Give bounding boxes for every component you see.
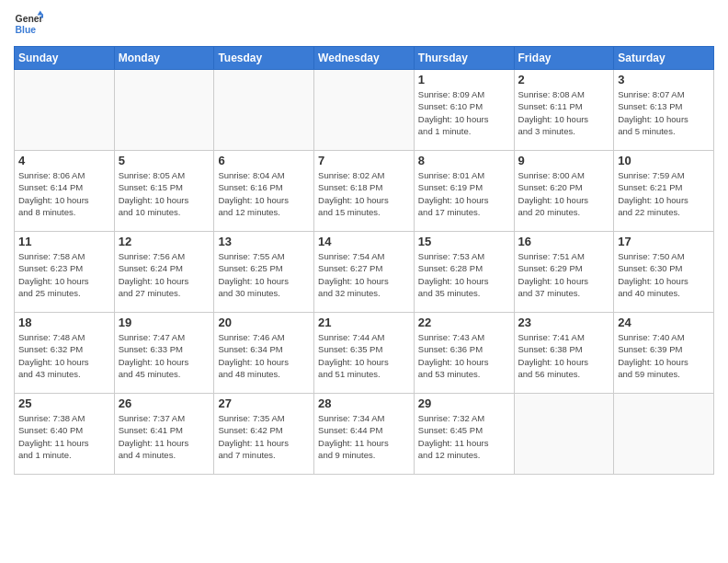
calendar-cell: 27Sunrise: 7:35 AM Sunset: 6:42 PM Dayli… <box>214 394 314 475</box>
day-info: Sunrise: 7:58 AM Sunset: 6:23 PM Dayligh… <box>18 250 110 299</box>
day-info: Sunrise: 8:04 AM Sunset: 6:16 PM Dayligh… <box>218 169 310 218</box>
day-info: Sunrise: 8:02 AM Sunset: 6:18 PM Dayligh… <box>318 169 410 218</box>
weekday-header-saturday: Saturday <box>614 47 714 70</box>
calendar-cell: 5Sunrise: 8:05 AM Sunset: 6:15 PM Daylig… <box>114 151 214 232</box>
weekday-header-wednesday: Wednesday <box>314 47 415 70</box>
day-info: Sunrise: 7:47 AM Sunset: 6:33 PM Dayligh… <box>119 331 210 380</box>
calendar-cell: 18Sunrise: 7:48 AM Sunset: 6:32 PM Dayli… <box>15 313 115 394</box>
day-number: 5 <box>119 154 210 167</box>
day-number: 16 <box>518 235 610 248</box>
day-number: 27 <box>218 396 310 410</box>
day-number: 18 <box>18 316 110 329</box>
day-info: Sunrise: 7:40 AM Sunset: 6:39 PM Dayligh… <box>618 331 710 380</box>
day-info: Sunrise: 7:59 AM Sunset: 6:21 PM Dayligh… <box>618 169 710 218</box>
day-number: 9 <box>518 154 610 167</box>
calendar-cell: 28Sunrise: 7:34 AM Sunset: 6:44 PM Dayli… <box>314 394 415 475</box>
calendar-cell: 2Sunrise: 8:08 AM Sunset: 6:11 PM Daylig… <box>514 70 614 151</box>
weekday-header-friday: Friday <box>514 47 614 70</box>
calendar-cell: 12Sunrise: 7:56 AM Sunset: 6:24 PM Dayli… <box>114 232 214 313</box>
day-number: 4 <box>18 154 110 167</box>
day-number: 14 <box>318 235 410 248</box>
weekday-header-sunday: Sunday <box>15 47 115 70</box>
calendar-table: SundayMondayTuesdayWednesdayThursdayFrid… <box>14 46 714 475</box>
day-number: 22 <box>418 316 510 329</box>
day-number: 3 <box>618 73 710 86</box>
calendar-cell: 10Sunrise: 7:59 AM Sunset: 6:21 PM Dayli… <box>614 151 714 232</box>
day-number: 25 <box>18 396 110 410</box>
calendar-cell: 4Sunrise: 8:06 AM Sunset: 6:14 PM Daylig… <box>15 151 115 232</box>
calendar-cell: 21Sunrise: 7:44 AM Sunset: 6:35 PM Dayli… <box>314 313 415 394</box>
weekday-header-row: SundayMondayTuesdayWednesdayThursdayFrid… <box>15 47 714 70</box>
calendar-cell <box>214 70 314 151</box>
calendar-cell: 6Sunrise: 8:04 AM Sunset: 6:16 PM Daylig… <box>214 151 314 232</box>
calendar-cell: 1Sunrise: 8:09 AM Sunset: 6:10 PM Daylig… <box>414 70 514 151</box>
day-info: Sunrise: 7:32 AM Sunset: 6:45 PM Dayligh… <box>418 412 510 461</box>
day-number: 15 <box>418 235 510 248</box>
day-info: Sunrise: 7:48 AM Sunset: 6:32 PM Dayligh… <box>18 331 110 380</box>
day-info: Sunrise: 7:50 AM Sunset: 6:30 PM Dayligh… <box>618 250 710 299</box>
day-info: Sunrise: 8:09 AM Sunset: 6:10 PM Dayligh… <box>418 88 510 137</box>
day-info: Sunrise: 7:38 AM Sunset: 6:40 PM Dayligh… <box>18 412 110 461</box>
day-info: Sunrise: 7:41 AM Sunset: 6:38 PM Dayligh… <box>518 331 610 380</box>
calendar-cell: 23Sunrise: 7:41 AM Sunset: 6:38 PM Dayli… <box>514 313 614 394</box>
day-number: 29 <box>418 396 510 410</box>
week-row-1: 4Sunrise: 8:06 AM Sunset: 6:14 PM Daylig… <box>15 151 714 232</box>
calendar-cell: 13Sunrise: 7:55 AM Sunset: 6:25 PM Dayli… <box>214 232 314 313</box>
day-info: Sunrise: 7:37 AM Sunset: 6:41 PM Dayligh… <box>119 412 210 461</box>
day-info: Sunrise: 8:05 AM Sunset: 6:15 PM Dayligh… <box>119 169 210 218</box>
day-number: 21 <box>318 316 410 329</box>
calendar-cell: 14Sunrise: 7:54 AM Sunset: 6:27 PM Dayli… <box>314 232 415 313</box>
calendar-cell: 25Sunrise: 7:38 AM Sunset: 6:40 PM Dayli… <box>15 394 115 475</box>
day-info: Sunrise: 7:51 AM Sunset: 6:29 PM Dayligh… <box>518 250 610 299</box>
calendar-cell <box>514 394 614 475</box>
logo: General Blue <box>14 9 43 39</box>
calendar-cell: 22Sunrise: 7:43 AM Sunset: 6:36 PM Dayli… <box>414 313 514 394</box>
calendar-cell: 17Sunrise: 7:50 AM Sunset: 6:30 PM Dayli… <box>614 232 714 313</box>
day-info: Sunrise: 7:54 AM Sunset: 6:27 PM Dayligh… <box>318 250 410 299</box>
day-info: Sunrise: 8:07 AM Sunset: 6:13 PM Dayligh… <box>618 88 710 137</box>
day-number: 17 <box>618 235 710 248</box>
day-info: Sunrise: 8:06 AM Sunset: 6:14 PM Dayligh… <box>18 169 110 218</box>
calendar-cell <box>614 394 714 475</box>
day-number: 19 <box>119 316 210 329</box>
calendar-cell <box>314 70 415 151</box>
calendar-cell <box>15 70 115 151</box>
day-info: Sunrise: 8:00 AM Sunset: 6:20 PM Dayligh… <box>518 169 610 218</box>
day-info: Sunrise: 7:34 AM Sunset: 6:44 PM Dayligh… <box>318 412 410 461</box>
weekday-header-thursday: Thursday <box>414 47 514 70</box>
day-info: Sunrise: 8:08 AM Sunset: 6:11 PM Dayligh… <box>518 88 610 137</box>
day-info: Sunrise: 8:01 AM Sunset: 6:19 PM Dayligh… <box>418 169 510 218</box>
day-number: 28 <box>318 396 410 410</box>
svg-text:Blue: Blue <box>16 25 37 35</box>
day-number: 6 <box>218 154 310 167</box>
day-info: Sunrise: 7:56 AM Sunset: 6:24 PM Dayligh… <box>119 250 210 299</box>
page: General Blue SundayMondayTuesdayWednesda… <box>0 0 728 563</box>
calendar-cell: 15Sunrise: 7:53 AM Sunset: 6:28 PM Dayli… <box>414 232 514 313</box>
weekday-header-monday: Monday <box>114 47 214 70</box>
day-number: 8 <box>418 154 510 167</box>
day-info: Sunrise: 7:44 AM Sunset: 6:35 PM Dayligh… <box>318 331 410 380</box>
week-row-3: 18Sunrise: 7:48 AM Sunset: 6:32 PM Dayli… <box>15 313 714 394</box>
calendar-cell: 29Sunrise: 7:32 AM Sunset: 6:45 PM Dayli… <box>414 394 514 475</box>
calendar-cell: 3Sunrise: 8:07 AM Sunset: 6:13 PM Daylig… <box>614 70 714 151</box>
calendar-cell: 26Sunrise: 7:37 AM Sunset: 6:41 PM Dayli… <box>114 394 214 475</box>
calendar-cell: 19Sunrise: 7:47 AM Sunset: 6:33 PM Dayli… <box>114 313 214 394</box>
day-number: 26 <box>119 396 210 410</box>
calendar-cell: 11Sunrise: 7:58 AM Sunset: 6:23 PM Dayli… <box>15 232 115 313</box>
week-row-2: 11Sunrise: 7:58 AM Sunset: 6:23 PM Dayli… <box>15 232 714 313</box>
svg-marker-2 <box>38 11 43 16</box>
calendar-cell <box>114 70 214 151</box>
calendar-cell: 24Sunrise: 7:40 AM Sunset: 6:39 PM Dayli… <box>614 313 714 394</box>
day-info: Sunrise: 7:43 AM Sunset: 6:36 PM Dayligh… <box>418 331 510 380</box>
calendar-cell: 16Sunrise: 7:51 AM Sunset: 6:29 PM Dayli… <box>514 232 614 313</box>
day-number: 24 <box>618 316 710 329</box>
svg-text:General: General <box>16 14 43 24</box>
calendar-cell: 9Sunrise: 8:00 AM Sunset: 6:20 PM Daylig… <box>514 151 614 232</box>
day-number: 13 <box>218 235 310 248</box>
day-info: Sunrise: 7:46 AM Sunset: 6:34 PM Dayligh… <box>218 331 310 380</box>
day-number: 7 <box>318 154 410 167</box>
day-number: 11 <box>18 235 110 248</box>
calendar-cell: 7Sunrise: 8:02 AM Sunset: 6:18 PM Daylig… <box>314 151 415 232</box>
day-number: 2 <box>518 73 610 86</box>
day-number: 23 <box>518 316 610 329</box>
